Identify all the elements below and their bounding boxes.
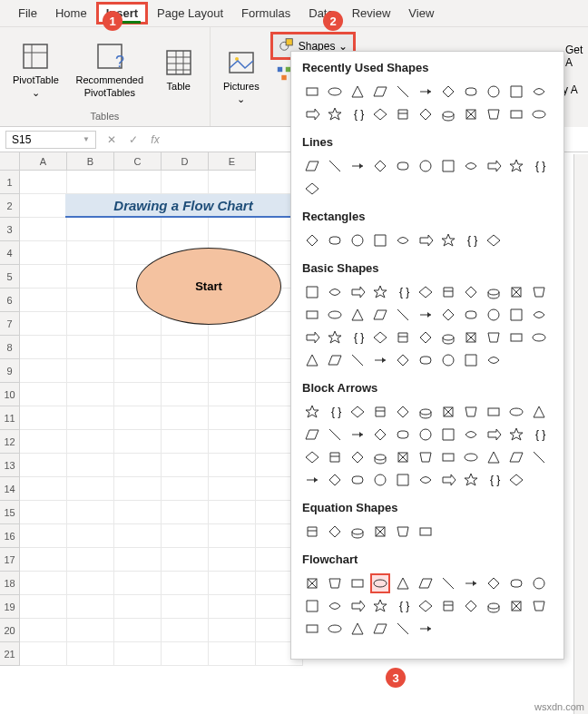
shape-item[interactable] [416, 350, 436, 370]
shape-item[interactable] [302, 82, 322, 102]
shape-item[interactable] [461, 447, 481, 467]
shape-item[interactable] [506, 282, 526, 302]
tab-formulas[interactable]: Formulas [232, 3, 299, 24]
shape-item[interactable] [416, 402, 436, 422]
shape-item[interactable] [506, 305, 526, 325]
fx-button[interactable]: fx [145, 130, 165, 150]
cell[interactable] [209, 501, 256, 524]
cell[interactable] [20, 218, 67, 241]
row-header[interactable]: 8 [0, 336, 20, 359]
shape-item[interactable] [484, 447, 504, 467]
shape-item[interactable] [484, 350, 504, 370]
shape-item[interactable] [506, 447, 526, 467]
shape-item[interactable] [348, 230, 368, 250]
cell[interactable] [114, 336, 162, 359]
shape-item[interactable] [302, 573, 322, 593]
cell[interactable] [209, 336, 256, 359]
shape-item[interactable] [348, 522, 368, 542]
cell[interactable] [114, 572, 162, 595]
row-header[interactable]: 4 [0, 241, 20, 265]
cell[interactable] [114, 359, 162, 383]
shape-item[interactable] [416, 305, 436, 325]
cell[interactable] [114, 548, 162, 572]
shape-item[interactable] [484, 282, 504, 302]
col-header[interactable]: E [209, 152, 256, 171]
cell[interactable] [20, 289, 67, 312]
shape-item[interactable] [370, 305, 390, 325]
shape-item[interactable] [416, 619, 436, 639]
cell[interactable] [20, 336, 67, 359]
cell[interactable] [162, 524, 209, 548]
shape-item[interactable] [348, 350, 368, 370]
shape-item[interactable] [370, 282, 390, 302]
cell[interactable] [162, 359, 209, 383]
shape-item[interactable] [438, 402, 458, 422]
cell[interactable] [67, 336, 114, 359]
shape-item[interactable]: { } [348, 328, 368, 347]
cell[interactable] [209, 218, 256, 241]
shape-item[interactable] [529, 402, 549, 422]
name-box[interactable]: S15 ▼ [5, 131, 96, 149]
cell[interactable] [67, 383, 114, 406]
cell[interactable] [114, 312, 162, 336]
shape-item[interactable] [302, 156, 322, 176]
shape-item[interactable] [325, 328, 345, 347]
shape-item[interactable] [370, 104, 390, 124]
shape-item[interactable]: { } [461, 230, 481, 250]
shape-item[interactable] [302, 596, 322, 616]
shape-item[interactable]: { } [529, 156, 549, 176]
shape-item[interactable] [416, 328, 436, 347]
cell[interactable] [162, 430, 209, 454]
cell[interactable] [20, 241, 67, 265]
shape-item[interactable] [506, 573, 526, 593]
row-header[interactable]: 15 [0, 501, 20, 524]
row-header[interactable]: 17 [0, 548, 20, 572]
cell[interactable] [209, 406, 256, 430]
shape-item[interactable] [461, 425, 481, 445]
shape-item[interactable] [416, 104, 436, 124]
shape-item[interactable]: { } [529, 425, 549, 445]
shape-item[interactable] [438, 156, 458, 176]
cell[interactable] [20, 171, 67, 194]
row-header[interactable]: 21 [0, 642, 20, 666]
vertical-scrollbar[interactable] [573, 154, 588, 714]
shape-item[interactable] [302, 328, 322, 347]
cell[interactable] [114, 218, 162, 241]
shape-item[interactable] [484, 573, 504, 593]
cell[interactable] [162, 454, 209, 477]
shape-item[interactable]: { } [393, 596, 413, 616]
shape-item[interactable] [393, 619, 413, 639]
cell[interactable] [20, 430, 67, 454]
cell[interactable] [114, 430, 162, 454]
shape-item[interactable] [348, 619, 368, 639]
recommended-pivottables-button[interactable]: ? Recommended PivotTables [70, 32, 150, 109]
shape-item[interactable] [506, 156, 526, 176]
row-header[interactable]: 18 [0, 572, 20, 595]
tab-page-layout[interactable]: Page Layout [148, 3, 232, 24]
shape-item[interactable] [438, 282, 458, 302]
cell[interactable] [162, 218, 209, 241]
cell[interactable] [162, 171, 209, 194]
shape-item[interactable] [302, 230, 322, 250]
shape-item[interactable] [325, 282, 345, 302]
cell[interactable] [209, 383, 256, 406]
cell[interactable] [20, 194, 67, 218]
cell[interactable] [67, 406, 114, 430]
cell[interactable] [162, 477, 209, 501]
shape-item[interactable]: { } [348, 104, 368, 124]
shape-item[interactable] [438, 104, 458, 124]
cell[interactable] [20, 454, 67, 477]
shape-item[interactable] [484, 402, 504, 422]
shape-item[interactable] [393, 573, 413, 593]
shape-item[interactable] [506, 82, 526, 102]
shape-item[interactable] [416, 282, 436, 302]
cell[interactable] [114, 501, 162, 524]
name-box-dropdown-icon[interactable]: ▼ [83, 135, 90, 143]
shape-item[interactable] [506, 470, 526, 490]
shape-item[interactable] [438, 573, 458, 593]
shape-item[interactable] [393, 447, 413, 467]
cell[interactable] [67, 171, 114, 194]
cell[interactable] [114, 477, 162, 501]
shape-item[interactable] [370, 447, 390, 467]
shape-item[interactable] [348, 305, 368, 325]
